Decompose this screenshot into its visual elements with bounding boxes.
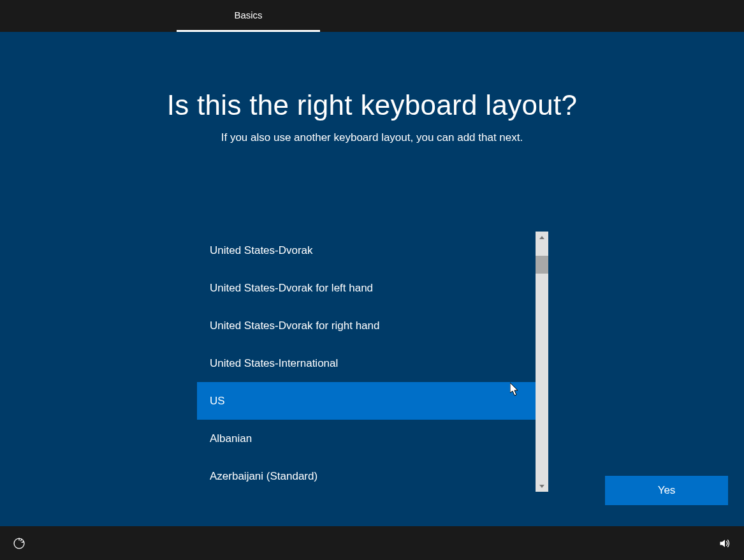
scroll-up-button[interactable] — [536, 232, 548, 243]
list-item-selected[interactable]: US — [197, 382, 536, 420]
list-item[interactable]: Albanian — [197, 420, 536, 457]
page-subheading: If you also use another keyboard layout,… — [0, 131, 744, 144]
list-item-label: United States-Dvorak for left hand — [210, 282, 373, 295]
list-item[interactable]: United States-International — [197, 344, 536, 382]
list-item[interactable]: United States-Dvorak for left hand — [197, 269, 536, 307]
list-item-label: Azerbaijani (Standard) — [210, 470, 317, 483]
tab-basics[interactable]: Basics — [177, 0, 320, 32]
list-item-label: United States-Dvorak — [210, 244, 313, 257]
tab-basics-label: Basics — [234, 10, 262, 20]
list-item-label: United States-Dvorak for right hand — [210, 320, 379, 332]
header-bar: Basics — [0, 0, 744, 32]
accessibility-icon — [13, 537, 26, 550]
list-item[interactable]: United States-Dvorak for right hand — [197, 307, 536, 344]
accessibility-button[interactable] — [13, 537, 26, 550]
list-item[interactable]: Azerbaijani (Standard) — [197, 457, 536, 492]
list-item-label: United States-International — [210, 357, 338, 370]
keyboard-layout-list-container: United States-Dvorak United States-Dvora… — [197, 232, 548, 492]
footer-bar — [0, 526, 744, 560]
keyboard-layout-list[interactable]: United States-Dvorak United States-Dvora… — [197, 232, 536, 492]
page-heading: Is this the right keyboard layout? — [0, 89, 744, 121]
chevron-up-icon — [539, 236, 544, 239]
main-content: Is this the right keyboard layout? If yo… — [0, 32, 744, 526]
list-item[interactable]: United States-Dvorak — [197, 232, 536, 269]
scroll-thumb[interactable] — [536, 256, 548, 274]
list-item-label: US — [210, 395, 225, 408]
volume-button[interactable] — [718, 537, 731, 550]
list-item-label: Albanian — [210, 432, 252, 445]
yes-button[interactable]: Yes — [605, 476, 728, 505]
scroll-down-button[interactable] — [536, 480, 548, 492]
yes-button-label: Yes — [658, 484, 676, 496]
volume-icon — [718, 537, 731, 550]
chevron-down-icon — [539, 485, 544, 488]
scrollbar[interactable] — [536, 232, 548, 492]
